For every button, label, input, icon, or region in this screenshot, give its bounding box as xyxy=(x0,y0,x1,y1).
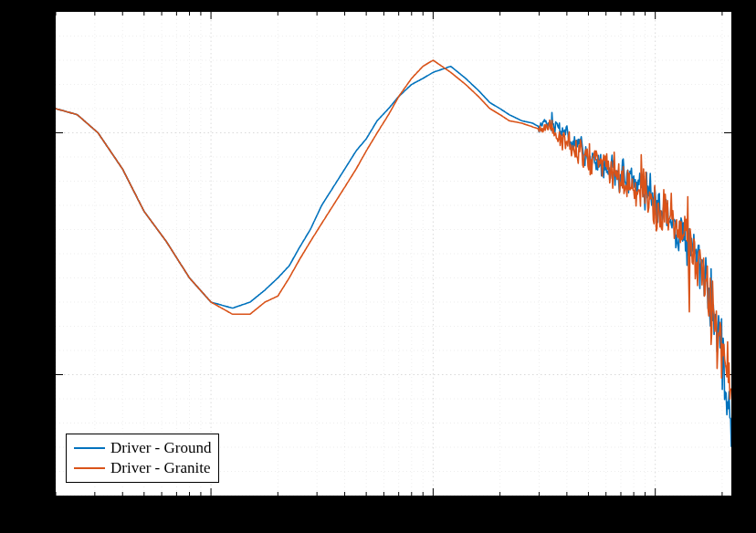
legend-label-1: Driver - Granite xyxy=(110,458,211,478)
legend-swatch-1 xyxy=(74,467,105,469)
legend-entry-0: Driver - Ground xyxy=(74,438,211,458)
legend: Driver - Ground Driver - Granite xyxy=(66,434,219,483)
plot-area xyxy=(55,11,732,496)
legend-entry-1: Driver - Granite xyxy=(74,458,211,478)
legend-label-0: Driver - Ground xyxy=(110,438,211,458)
legend-swatch-0 xyxy=(74,447,105,449)
chart-svg xyxy=(56,12,731,496)
chart-container: Driver - Ground Driver - Granite xyxy=(0,0,756,533)
